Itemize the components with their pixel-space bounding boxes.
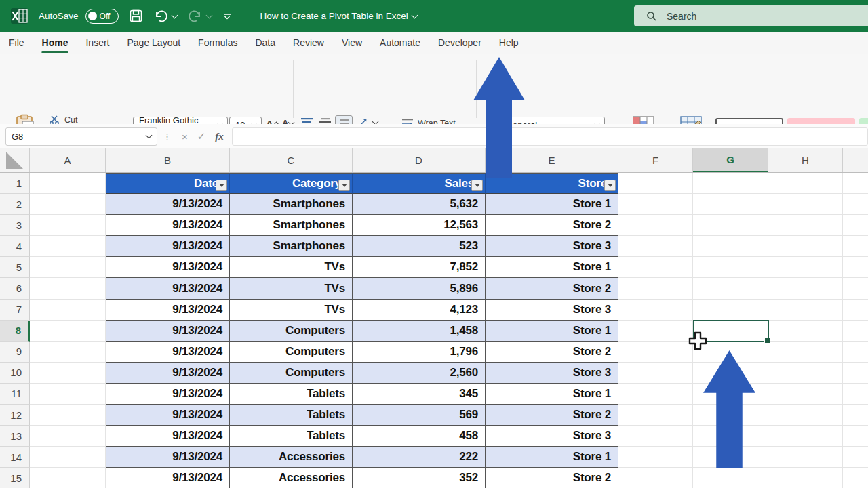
- cell[interactable]: [768, 194, 843, 215]
- cell[interactable]: [768, 363, 843, 384]
- table-header-sales[interactable]: Sales: [353, 173, 486, 194]
- table-cell[interactable]: 9/13/2024: [106, 363, 230, 384]
- cell[interactable]: [30, 405, 106, 426]
- column-header-B[interactable]: B: [106, 148, 230, 172]
- save-button[interactable]: [130, 9, 142, 22]
- cell[interactable]: [768, 426, 843, 447]
- table-cell[interactable]: Tablets: [230, 426, 353, 447]
- table-cell[interactable]: 569: [353, 405, 486, 426]
- row-header-3[interactable]: 3: [0, 215, 30, 236]
- table-cell[interactable]: Computers: [230, 363, 353, 384]
- table-cell[interactable]: Smartphones: [230, 194, 353, 215]
- cell[interactable]: [768, 321, 843, 342]
- cell[interactable]: [693, 257, 768, 278]
- table-cell[interactable]: 2,560: [353, 363, 486, 384]
- cell[interactable]: [618, 384, 693, 405]
- table-cell[interactable]: Store 1: [486, 321, 618, 342]
- column-header-G[interactable]: G: [693, 148, 768, 172]
- table-cell[interactable]: 9/13/2024: [106, 384, 230, 405]
- column-header-D[interactable]: D: [353, 148, 486, 172]
- cell[interactable]: [768, 215, 843, 236]
- undo-dropdown-icon[interactable]: [171, 12, 178, 18]
- table-header-date[interactable]: Date: [106, 173, 230, 194]
- cell[interactable]: [693, 215, 768, 236]
- table-cell[interactable]: 345: [353, 384, 486, 405]
- row-header-8[interactable]: 8: [0, 321, 30, 342]
- filter-dropdown-icon[interactable]: [216, 180, 227, 191]
- cell[interactable]: [768, 278, 843, 299]
- table-cell[interactable]: 9/13/2024: [106, 321, 230, 342]
- redo-dropdown-icon[interactable]: [205, 12, 212, 18]
- table-cell[interactable]: Computers: [230, 342, 353, 363]
- redo-button[interactable]: [188, 9, 212, 23]
- cell[interactable]: [30, 321, 106, 342]
- tab-automate[interactable]: Automate: [371, 32, 429, 54]
- cell-A1[interactable]: [30, 173, 106, 194]
- row-header-13[interactable]: 13: [0, 426, 30, 447]
- table-cell[interactable]: Tablets: [230, 405, 353, 426]
- table-cell[interactable]: 222: [353, 447, 486, 468]
- cell[interactable]: [768, 468, 843, 488]
- cell[interactable]: [768, 236, 843, 257]
- table-cell[interactable]: 523: [353, 236, 486, 257]
- tab-page-layout[interactable]: Page Layout: [118, 32, 189, 54]
- cell[interactable]: [618, 236, 693, 257]
- cell-G1[interactable]: [693, 173, 768, 194]
- table-cell[interactable]: 9/13/2024: [106, 278, 230, 299]
- table-cell[interactable]: 9/13/2024: [106, 468, 230, 488]
- table-cell[interactable]: Store 3: [486, 363, 618, 384]
- cell[interactable]: [768, 447, 843, 468]
- cell[interactable]: [618, 342, 693, 363]
- cell[interactable]: [768, 342, 843, 363]
- tab-developer[interactable]: Developer: [429, 32, 490, 54]
- table-cell[interactable]: Store 3: [486, 236, 618, 257]
- cell[interactable]: [30, 236, 106, 257]
- table-cell[interactable]: Store 2: [486, 468, 618, 488]
- search-input[interactable]: Search: [634, 5, 868, 26]
- cell[interactable]: [693, 194, 768, 215]
- fill-handle[interactable]: [764, 338, 770, 344]
- cell[interactable]: [30, 468, 106, 488]
- table-cell[interactable]: 9/13/2024: [106, 215, 230, 236]
- cell[interactable]: [618, 215, 693, 236]
- table-cell[interactable]: 1,458: [353, 321, 486, 342]
- tab-file[interactable]: File: [0, 32, 33, 54]
- cell[interactable]: [768, 405, 843, 426]
- table-cell[interactable]: 9/13/2024: [106, 236, 230, 257]
- row-header-11[interactable]: 11: [0, 384, 30, 405]
- name-box[interactable]: G8: [5, 127, 157, 146]
- cell[interactable]: [768, 300, 843, 321]
- cell[interactable]: [618, 468, 693, 488]
- row-header-10[interactable]: 10: [0, 363, 30, 384]
- table-cell[interactable]: Accessories: [230, 447, 353, 468]
- cell[interactable]: [30, 278, 106, 299]
- filter-dropdown-icon[interactable]: [338, 180, 350, 191]
- cell[interactable]: [618, 321, 693, 342]
- table-cell[interactable]: Smartphones: [230, 236, 353, 257]
- tab-formulas[interactable]: Formulas: [189, 32, 246, 54]
- row-header-7[interactable]: 7: [0, 300, 30, 321]
- tab-home[interactable]: Home: [33, 32, 77, 54]
- excel-app-icon[interactable]: [10, 7, 28, 24]
- table-cell[interactable]: 4,123: [353, 300, 486, 321]
- table-cell[interactable]: 9/13/2024: [106, 447, 230, 468]
- cell[interactable]: [618, 363, 693, 384]
- insert-function-icon[interactable]: fx: [215, 131, 224, 142]
- table-cell[interactable]: Computers: [230, 321, 353, 342]
- table-cell[interactable]: 1,796: [353, 342, 486, 363]
- row-header-15[interactable]: 15: [0, 468, 30, 488]
- cell[interactable]: [768, 257, 843, 278]
- cell[interactable]: [30, 447, 106, 468]
- cell[interactable]: [693, 468, 768, 488]
- table-cell[interactable]: TVs: [230, 300, 353, 321]
- table-cell[interactable]: Store 3: [486, 426, 618, 447]
- row-header-14[interactable]: 14: [0, 447, 30, 468]
- cell[interactable]: [30, 426, 106, 447]
- cell[interactable]: [693, 236, 768, 257]
- cell[interactable]: [768, 384, 843, 405]
- cell[interactable]: [30, 363, 106, 384]
- cell[interactable]: [618, 300, 693, 321]
- tab-help[interactable]: Help: [490, 32, 528, 54]
- table-cell[interactable]: Store 2: [486, 405, 618, 426]
- row-header-2[interactable]: 2: [0, 194, 30, 215]
